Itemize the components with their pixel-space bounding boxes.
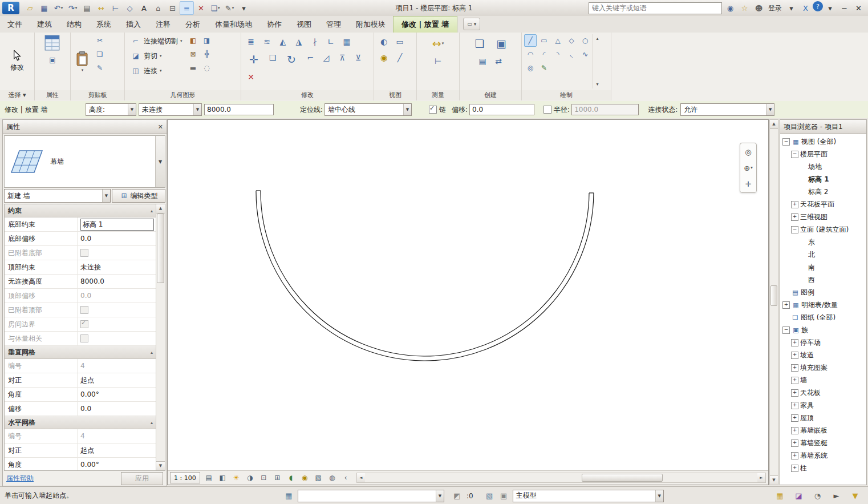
property-value[interactable] — [78, 246, 156, 260]
property-value[interactable]: 0.00° — [78, 458, 156, 471]
scrollbar-thumb[interactable] — [582, 474, 663, 482]
section-icon[interactable]: ⊟ — [165, 1, 180, 15]
tree-item[interactable]: +墙 — [780, 374, 866, 386]
beam-end-icon[interactable]: ▬ — [187, 62, 200, 74]
panel-label-geometry[interactable]: 几何图形 — [125, 90, 241, 100]
draw-arc-start-end-radius-icon[interactable]: ◠ — [524, 48, 537, 61]
expand-icon[interactable]: + — [791, 213, 798, 221]
navigation-wheel-icon[interactable]: ◎ — [741, 145, 756, 159]
panel-label-select[interactable]: 选择 ▾ — [0, 90, 34, 100]
expand-icon[interactable]: + — [791, 201, 798, 208]
ribbon-tab-0[interactable]: 文件 — [0, 17, 30, 33]
drawing-canvas[interactable]: ◎⊕▾✛ 1 : 100 ▤◧☀◑⊡⊞◖◉▧◍‹ ◄ ► — [167, 119, 769, 485]
property-checkbox[interactable] — [80, 249, 88, 257]
tree-item[interactable]: 北 — [780, 248, 866, 261]
draw-rectangle-icon[interactable]: ▭ — [538, 34, 550, 47]
type-selector[interactable]: 幕墙 ▼ — [4, 135, 165, 188]
detail-level-icon[interactable]: ▤ — [202, 471, 216, 484]
collapse-view-bar-icon[interactable]: ‹ — [339, 471, 352, 484]
tree-item[interactable]: ▤图例 — [780, 286, 866, 299]
scale-icon[interactable]: ◿ — [319, 50, 334, 65]
zoom-icon[interactable]: ⊕▾ — [741, 161, 756, 175]
draw-circle-icon[interactable]: ○ — [579, 34, 591, 47]
search-input[interactable] — [589, 2, 722, 14]
copy-to-clipboard-icon[interactable]: ❏ — [94, 48, 106, 61]
tree-item[interactable]: +停车场 — [780, 336, 866, 349]
mirror-draw-axis-icon[interactable]: ◮ — [291, 34, 306, 49]
measure-between-refs-icon[interactable]: ↔▾ — [428, 34, 448, 53]
shadows-icon[interactable]: ◑ — [244, 471, 257, 484]
collapse-icon[interactable]: − — [782, 138, 790, 146]
show-crop-icon[interactable]: ⊡ — [257, 471, 270, 484]
draw-pick-lines-icon[interactable]: ✎ — [538, 62, 550, 74]
expand-icon[interactable]: + — [791, 402, 798, 409]
scroll-left-icon[interactable]: ◄ — [357, 473, 365, 482]
panel-label-view[interactable]: 视图 — [374, 90, 416, 100]
close-hidden-windows-icon[interactable]: ✕ — [194, 1, 208, 15]
location-line-combo[interactable]: 墙中心线 ▼ — [325, 103, 412, 116]
tree-item[interactable]: 标高 2 — [780, 186, 866, 198]
draw-circumscribed-polygon-icon[interactable]: ◇ — [565, 34, 578, 47]
property-checkbox[interactable] — [80, 306, 88, 314]
scroll-up-icon[interactable]: ▲ — [770, 120, 778, 129]
login-label[interactable]: 登录 — [768, 3, 782, 13]
tree-item[interactable]: +三维视图 — [780, 211, 866, 223]
delete-icon[interactable]: ✕ — [244, 70, 258, 84]
modify-pen-icon[interactable]: ✎▾ — [222, 1, 237, 15]
pin-icon[interactable]: ⊼ — [335, 50, 350, 65]
sun-path-icon[interactable]: ☀ — [230, 471, 243, 484]
properties-help-link[interactable]: 属性帮助 — [6, 474, 34, 483]
demolish-icon[interactable]: ⊠ — [187, 48, 200, 61]
active-workset-only-icon[interactable]: ▣ — [497, 489, 511, 503]
offset-input[interactable] — [469, 104, 534, 115]
save-icon[interactable]: ▦ — [37, 1, 51, 15]
wall-joins-icon[interactable]: ╬ — [201, 48, 213, 61]
temporary-hide-isolate-icon[interactable]: ◖ — [285, 471, 298, 484]
panel-label-modify[interactable]: 修改 — [241, 90, 374, 100]
text-icon[interactable]: A — [137, 1, 151, 15]
expand-icon[interactable]: + — [791, 427, 798, 434]
tree-item[interactable]: +柱 — [780, 462, 866, 474]
hide-elements-icon[interactable]: ▭ — [392, 34, 407, 49]
tree-item[interactable]: +▦明细表/数量 — [780, 299, 866, 311]
panel-label-create[interactable]: 创建 — [460, 90, 521, 100]
favorites-icon[interactable]: ☆ — [737, 1, 752, 15]
properties-header[interactable]: 属性 ✕ — [3, 120, 167, 134]
tree-item[interactable]: 场地 — [780, 160, 866, 173]
tree-item[interactable]: +幕墙竖梃 — [780, 437, 866, 449]
design-options-icon[interactable]: ▧ — [482, 489, 497, 503]
draw-inscribed-polygon-icon[interactable]: △ — [551, 34, 564, 47]
paste-button[interactable]: ▾ — [73, 34, 91, 88]
split-element-icon[interactable]: ∤ — [307, 34, 322, 49]
tree-item[interactable]: 标高 1 — [780, 173, 866, 186]
panel-label-properties[interactable]: 属性 — [35, 90, 70, 100]
scroll-down-icon[interactable]: ▼ — [770, 475, 778, 485]
linework-icon[interactable]: ╱ — [392, 50, 407, 65]
tree-item[interactable]: +天花板 — [780, 386, 866, 399]
property-value[interactable]: 0.0 — [78, 289, 156, 303]
property-value[interactable] — [78, 303, 156, 317]
join-status-combo[interactable]: 允许 ▼ — [680, 103, 774, 116]
tree-item[interactable]: +幕墙系统 — [780, 449, 866, 462]
unjoin-icon[interactable]: ◌ — [201, 62, 213, 74]
expand-icon[interactable]: + — [791, 339, 798, 346]
help-caret-icon[interactable]: ▾ — [823, 1, 837, 15]
editing-requests-icon[interactable]: ◩ — [450, 489, 464, 503]
measure-icon[interactable]: ↔ — [94, 1, 108, 15]
sign-in-icon[interactable]: ☻ — [752, 1, 766, 15]
exclude-options-icon[interactable]: ◪ — [792, 489, 806, 503]
tree-item[interactable]: 东 — [780, 236, 866, 248]
undo-icon[interactable]: ↶▾ — [51, 1, 66, 15]
copy-icon[interactable]: ❏ — [265, 50, 280, 65]
scale-button[interactable]: 1 : 100 — [170, 472, 200, 483]
property-checkbox[interactable] — [80, 334, 88, 342]
expand-icon[interactable]: + — [782, 301, 790, 309]
apply-button[interactable]: 应用 — [121, 472, 163, 485]
expand-icon[interactable]: + — [791, 352, 798, 359]
draw-scroll-up-icon[interactable]: ▴ — [593, 34, 602, 43]
height-constraint-combo[interactable]: 未连接 ▼ — [139, 103, 202, 116]
join-geometry-button[interactable]: ◫连接▾ — [127, 64, 185, 78]
vertical-scrollbar[interactable]: ▲ ▼ — [769, 119, 778, 485]
tree-item[interactable]: +家具 — [780, 399, 866, 412]
expand-icon[interactable]: + — [791, 414, 798, 422]
